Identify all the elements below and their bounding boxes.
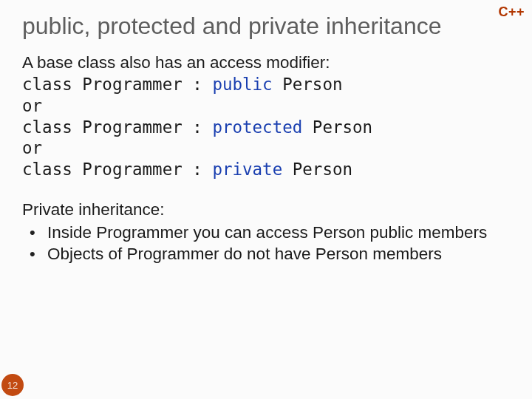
section-heading: Private inheritance: (22, 200, 510, 221)
language-badge: C++ (498, 4, 525, 20)
bullet-list: Inside Programmer you can access Person … (22, 222, 510, 265)
page-number-badge: 12 (1, 374, 24, 396)
code-line-2-pre: class Programmer : (22, 117, 212, 137)
code-line-3-post: Person (282, 160, 352, 179)
code-line-2-post: Person (302, 117, 372, 137)
slide-body: A base class also has an access modifier… (22, 52, 510, 265)
code-line-1-pre: class Programmer : (22, 75, 212, 94)
private-inheritance-section: Private inheritance: Inside Programmer y… (22, 200, 510, 265)
keyword-private: private (212, 160, 282, 179)
code-line-3-pre: class Programmer : (22, 160, 212, 179)
code-or-1: or (22, 96, 42, 115)
keyword-public: public (212, 75, 272, 94)
slide-title: public, protected and private inheritanc… (22, 13, 510, 39)
code-or-2: or (22, 138, 42, 157)
keyword-protected: protected (212, 117, 302, 137)
list-item: Inside Programmer you can access Person … (27, 222, 510, 244)
code-line-1-post: Person (273, 75, 343, 94)
list-item: Objects of Programmer do not have Person… (27, 244, 510, 265)
slide: C++ public, protected and private inheri… (0, 0, 532, 399)
code-block: class Programmer : public Person or clas… (22, 74, 510, 180)
intro-line: A base class also has an access modifier… (22, 52, 510, 74)
